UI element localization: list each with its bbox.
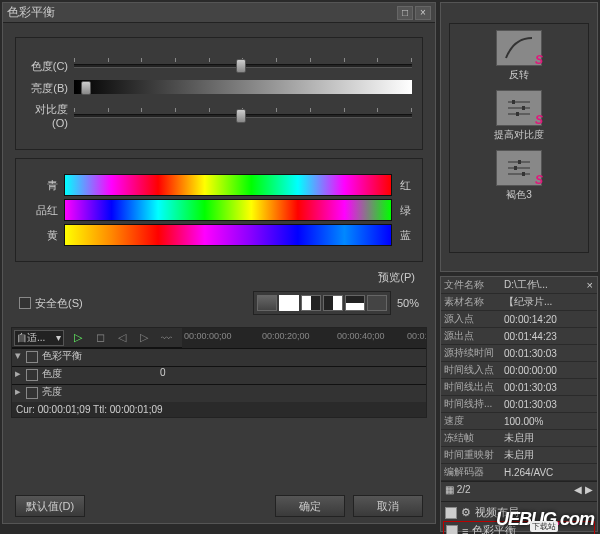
timeline-status: Cur: 00:00:01;09 Ttl: 00:00:01;09 <box>12 402 426 417</box>
preview-mode-3[interactable] <box>301 295 321 311</box>
effect-invert[interactable]: S 反转 <box>489 30 549 82</box>
property-row: 素材名称【纪录片... <box>441 294 597 311</box>
effect-contrast[interactable]: S 提高对比度 <box>489 90 549 142</box>
graph-icon[interactable]: 〰 <box>158 331 174 345</box>
magenta-green-slider[interactable] <box>64 199 392 221</box>
effect-sepia[interactable]: S 褐色3 <box>489 150 549 202</box>
play-icon[interactable]: ▷ <box>70 331 86 345</box>
property-row: 时间线出点00:01:30:03 <box>441 379 597 396</box>
basic-sliders-group: 色度(C) 亮度(B) 对比度(O) <box>15 37 423 150</box>
track-checkbox[interactable] <box>26 369 38 381</box>
yellow-label: 黄 <box>22 228 64 243</box>
property-row: 速度100.00% <box>441 413 597 430</box>
svg-rect-10 <box>514 166 517 170</box>
timeline-zoom-dropdown[interactable]: 自适...▾ <box>14 330 64 346</box>
preview-percent: 50% <box>397 297 419 309</box>
property-row: 编解码器H.264/AVC <box>441 464 597 481</box>
cancel-button[interactable]: 取消 <box>353 495 423 517</box>
loop-icon[interactable]: ◻ <box>92 331 108 345</box>
chroma-label: 色度(C) <box>22 59 74 74</box>
property-row: 源出点00:01:44:23 <box>441 328 597 345</box>
blue-label: 蓝 <box>392 228 412 243</box>
property-row: 源入点00:00:14:20 <box>441 311 597 328</box>
red-label: 红 <box>392 178 412 193</box>
fx-checkbox[interactable]: ✓ <box>446 525 458 535</box>
preview-mode-6[interactable] <box>367 295 387 311</box>
pager-text: ▦ 2/2 <box>445 484 471 495</box>
green-label: 绿 <box>392 203 412 218</box>
property-row: 文件名称D:\工作\... <box>441 277 597 294</box>
cyan-label: 青 <box>22 178 64 193</box>
pager: ▦ 2/2 ◀ ▶ <box>441 481 597 497</box>
default-button[interactable]: 默认值(D) <box>15 495 85 517</box>
color-sliders-group: 青 红 品红 绿 黄 蓝 <box>15 158 423 262</box>
property-row: 冻结帧未启用 <box>441 430 597 447</box>
timeline-ruler[interactable]: 00:00:00;00 00:00:20;00 00:00:40;00 00:0… <box>182 328 426 348</box>
fx-checkbox[interactable]: ✓ <box>445 507 457 519</box>
pager-next[interactable]: ▶ <box>585 484 593 495</box>
expand-icon[interactable]: ▸ <box>12 367 24 384</box>
preview-mode-4[interactable] <box>323 295 343 311</box>
track-checkbox[interactable] <box>26 387 38 399</box>
svg-rect-5 <box>516 112 519 116</box>
expand-icon[interactable]: ▸ <box>12 385 24 402</box>
close-button[interactable]: × <box>415 6 431 20</box>
gear-icon: ⚙ <box>461 506 471 519</box>
magenta-label: 品红 <box>22 203 64 218</box>
svg-rect-9 <box>518 160 521 164</box>
properties-table: 文件名称D:\工作\...素材名称【纪录片...源入点00:00:14:20源出… <box>441 277 597 481</box>
titlebar[interactable]: 色彩平衡 □ × <box>3 3 435 23</box>
yellow-blue-slider[interactable] <box>64 224 392 246</box>
maximize-button[interactable]: □ <box>397 6 413 20</box>
brightness-slider[interactable] <box>74 80 412 96</box>
color-balance-dialog: 色彩平衡 □ × 色度(C) 亮度(B) 对比度(O) <box>2 2 436 524</box>
prev-key-icon[interactable]: ◁ <box>114 331 130 345</box>
property-row: 时间线入点00:00:00:00 <box>441 362 597 379</box>
property-row: 时间重映射未启用 <box>441 447 597 464</box>
contrast-slider[interactable] <box>74 108 412 124</box>
next-key-icon[interactable]: ▷ <box>136 331 152 345</box>
effects-panel: S 反转 S 提高对比度 S 褐色3 <box>440 2 598 272</box>
ok-button[interactable]: 确定 <box>275 495 345 517</box>
chroma-slider[interactable] <box>74 58 412 74</box>
properties-panel: × 文件名称D:\工作\...素材名称【纪录片...源入点00:00:14:20… <box>440 276 598 532</box>
property-row: 源持续时间00:01:30:03 <box>441 345 597 362</box>
cyan-red-slider[interactable] <box>64 174 392 196</box>
svg-rect-4 <box>522 106 525 110</box>
watermark-sub: 下载站 <box>530 521 558 532</box>
svg-rect-3 <box>512 100 515 104</box>
track-color-balance[interactable]: ▾ 色彩平衡 <box>12 348 426 366</box>
preview-mode-2[interactable] <box>279 295 299 311</box>
property-row: 时间线持...00:01:30:03 <box>441 396 597 413</box>
track-chroma[interactable]: ▸ 色度 0 <box>12 366 426 384</box>
close-icon[interactable]: × <box>587 279 593 291</box>
pager-prev[interactable]: ◀ <box>574 484 582 495</box>
expand-icon[interactable]: ▾ <box>12 349 24 366</box>
contrast-label: 对比度(O) <box>22 102 74 129</box>
keyframe-timeline: 自适...▾ ▷ ◻ ◁ ▷ 〰 00:00:00;00 00:00:20;00… <box>11 327 427 418</box>
track-brightness[interactable]: ▸ 亮度 <box>12 384 426 402</box>
safe-color-label: 安全色(S) <box>35 296 83 311</box>
track-checkbox[interactable] <box>26 351 38 363</box>
sliders-icon: ≡ <box>462 525 468 535</box>
safe-color-checkbox[interactable]: 安全色(S) <box>19 296 83 311</box>
preview-mode-1[interactable] <box>257 295 277 311</box>
preview-label: 预览(P) <box>378 270 415 285</box>
dialog-title: 色彩平衡 <box>7 4 55 21</box>
brightness-label: 亮度(B) <box>22 81 74 96</box>
preview-mode-group <box>253 291 391 315</box>
svg-rect-11 <box>522 172 525 176</box>
preview-mode-5[interactable] <box>345 295 365 311</box>
